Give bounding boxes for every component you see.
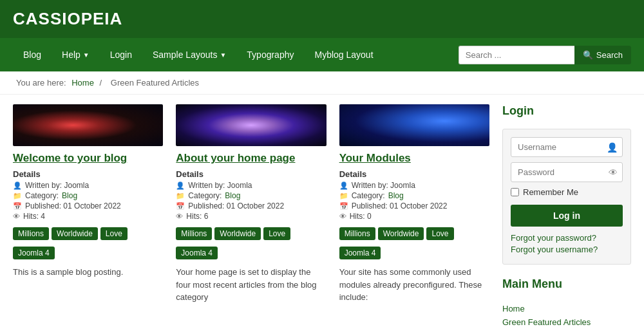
main-menu-section: Main Menu Home Green Featured Articles [502, 277, 631, 327]
category-link[interactable]: Blog [62, 191, 77, 200]
article-category: 📁 Category: Blog [13, 191, 163, 200]
article-tags-row2: Joomla 4 [13, 247, 163, 259]
content-area: Welcome to your blog Details 👤 Written b… [13, 104, 489, 327]
article-title[interactable]: Welcome to your blog [13, 151, 163, 165]
tag-item[interactable]: Worldwide [378, 227, 424, 240]
username-wrap: 👤 [511, 137, 623, 157]
article-tags-row2: Joomla 4 [339, 247, 489, 259]
article-hits: 👁 Hits: 0 [339, 212, 489, 221]
main-container: Welcome to your blog Details 👤 Written b… [0, 95, 644, 327]
article-category: 📁 Category: Blog [176, 191, 326, 200]
calendar-icon: 📅 [339, 202, 348, 210]
article-excerpt: Your home page is set to display the fou… [176, 266, 326, 304]
calendar-icon: 📅 [13, 202, 22, 210]
tag-item[interactable]: Love [426, 227, 453, 240]
login-section: Login 👤 👁 Remember Me Log in Forgot your… [502, 104, 631, 265]
article-title[interactable]: Your Modules [339, 151, 489, 165]
details-label: Details [176, 169, 326, 179]
article-author: 👤 Written by: Joomla [339, 181, 489, 190]
tag-item[interactable]: Joomla 4 [339, 247, 381, 259]
article-excerpt: This is a sample blog posting. [13, 266, 163, 279]
folder-icon: 📁 [13, 192, 22, 200]
article-card: About your home page Details 👤 Written b… [176, 104, 326, 304]
article-tags: Millions Worldwide Love [13, 227, 163, 240]
nav-login[interactable]: Login [100, 38, 142, 71]
username-input[interactable] [511, 137, 623, 157]
article-card: Your Modules Details 👤 Written by: Jooml… [339, 104, 489, 304]
password-wrap: 👁 [511, 162, 623, 182]
article-author: 👤 Written by: Joomla [176, 181, 326, 190]
category-link[interactable]: Blog [388, 191, 404, 200]
breadcrumb: You are here: Home / Green Featured Arti… [0, 71, 644, 95]
site-logo: CASSIOPEIA [13, 9, 122, 28]
navbar: Blog Help ▼ Login Sample Layouts ▼ Typog… [0, 38, 644, 71]
nav-help[interactable]: Help ▼ [52, 38, 100, 71]
search-button[interactable]: 🔍 Search [574, 46, 631, 64]
article-published: 📅 Published: 01 October 2022 [339, 201, 489, 210]
login-section-title: Login [502, 104, 631, 121]
nav-myblog-layout[interactable]: Myblog Layout [304, 38, 383, 71]
tag-item[interactable]: Worldwide [214, 227, 261, 240]
nav-blog[interactable]: Blog [13, 38, 52, 71]
menu-home-link[interactable]: Home [502, 302, 631, 315]
login-button[interactable]: Log in [511, 205, 623, 227]
article-published: 📅 Published: 01 October 2022 [13, 201, 163, 210]
article-hits: 👁 Hits: 6 [176, 212, 326, 221]
article-title[interactable]: About your home page [176, 151, 326, 165]
category-link[interactable]: Blog [225, 191, 240, 200]
article-category: 📁 Category: Blog [339, 191, 489, 200]
login-form: 👤 👁 Remember Me Log in Forgot your passw… [502, 129, 631, 265]
calendar-icon: 📅 [176, 202, 185, 210]
article-card: Welcome to your blog Details 👤 Written b… [13, 104, 163, 304]
chevron-down-icon: ▼ [220, 51, 226, 59]
search-icon: 🔍 [583, 50, 593, 60]
breadcrumb-home-link[interactable]: Home [71, 78, 94, 88]
article-grid: Welcome to your blog Details 👤 Written b… [13, 104, 489, 304]
tag-item[interactable]: Joomla 4 [13, 247, 55, 259]
nav-sample-layouts[interactable]: Sample Layouts ▼ [142, 38, 236, 71]
folder-icon: 📁 [176, 192, 185, 200]
nav-typography[interactable]: Typography [236, 38, 304, 71]
sidebar: Login 👤 👁 Remember Me Log in Forgot your… [502, 104, 631, 327]
article-tags-row2: Joomla 4 [176, 247, 326, 259]
tag-item[interactable]: Millions [13, 227, 49, 240]
eye-icon: 👁 [13, 212, 20, 220]
details-label: Details [339, 169, 489, 179]
tag-item[interactable]: Worldwide [52, 227, 98, 240]
eye-icon: 👁 [176, 212, 183, 220]
article-published: 📅 Published: 01 October 2022 [176, 201, 326, 210]
article-hits: 👁 Hits: 4 [13, 212, 163, 221]
article-tags: Millions Worldwide Love [339, 227, 489, 240]
header: CASSIOPEIA [0, 0, 644, 38]
tag-item[interactable]: Millions [339, 227, 375, 240]
menu-green-featured-link[interactable]: Green Featured Articles [502, 315, 631, 327]
search-form: 🔍 Search [459, 46, 631, 64]
remember-me-checkbox[interactable] [511, 188, 519, 196]
article-image [339, 104, 489, 146]
user-icon: 👤 [607, 142, 618, 153]
tag-item[interactable]: Love [100, 227, 128, 240]
user-icon: 👤 [176, 182, 185, 190]
remember-me-label: Remember Me [511, 187, 623, 197]
eye-icon: 👁 [339, 212, 346, 220]
article-image [13, 104, 163, 146]
article-author: 👤 Written by: Joomla [13, 181, 163, 190]
login-links: Forgot your password? Forgot your userna… [511, 233, 623, 254]
folder-icon: 📁 [339, 192, 348, 200]
user-icon: 👤 [13, 182, 22, 190]
tag-item[interactable]: Joomla 4 [176, 247, 218, 259]
article-tags: Millions Worldwide Love [176, 227, 326, 240]
password-input[interactable] [511, 162, 623, 182]
main-menu-title: Main Menu [502, 277, 631, 294]
tag-item[interactable]: Love [263, 227, 290, 240]
chevron-down-icon: ▼ [83, 51, 90, 59]
forgot-username-link[interactable]: Forgot your username? [511, 245, 623, 254]
eye-icon[interactable]: 👁 [609, 167, 618, 178]
tag-item[interactable]: Millions [176, 227, 212, 240]
details-label: Details [13, 169, 163, 179]
user-icon: 👤 [339, 182, 348, 190]
article-excerpt: Your site has some commonly used modules… [339, 266, 489, 304]
forgot-password-link[interactable]: Forgot your password? [511, 233, 623, 243]
article-image [176, 104, 326, 146]
search-input[interactable] [459, 46, 574, 64]
